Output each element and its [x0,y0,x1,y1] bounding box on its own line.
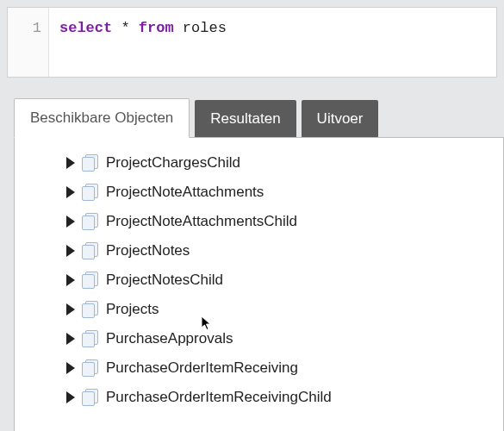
caret-collapsed-icon[interactable] [66,274,75,286]
tree-item-label: PurchaseOrderItemReceivingChild [106,389,332,406]
tab-available-objects[interactable]: Beschikbare Objecten [14,98,190,138]
caret-collapsed-icon[interactable] [66,303,75,315]
table-icon [82,359,99,377]
tree-item[interactable]: ProjectNoteAttachmentsChild [15,207,503,236]
tree-item[interactable]: ProjectNotesChild [15,265,503,295]
tree-item[interactable]: PurchaseOrderItemReceivingChild [15,383,503,412]
caret-collapsed-icon[interactable] [66,157,75,169]
table-icon [82,330,99,347]
caret-collapsed-icon[interactable] [66,333,75,345]
tab-output[interactable]: Uitvoer [302,100,379,138]
tree-item-label: PurchaseApprovals [106,330,233,347]
tree-item-label: PurchaseOrderItemReceiving [106,359,298,377]
line-gutter: 1 [8,8,49,77]
table-icon [82,213,99,230]
table-icon [82,301,99,318]
tree-item[interactable]: PurchaseApprovals [15,324,503,353]
keyword-from: from [139,20,174,36]
tree-item-label: ProjectNoteAttachments [106,184,264,201]
tree-item[interactable]: PurchaseOrderItemReceiving [15,353,503,383]
object-tree[interactable]: ProjectChargesChild ProjectNoteAttachmen… [14,137,504,431]
token-star: * [112,20,139,36]
tree-item-label: ProjectNoteAttachmentsChild [106,213,297,230]
caret-collapsed-icon[interactable] [66,362,75,374]
tree-item-label: ProjectChargesChild [106,154,240,172]
sql-code[interactable]: select * from roles [49,8,237,77]
tabs: Beschikbare Objecten Resultaten Uitvoer [14,98,504,138]
table-icon [82,389,99,406]
table-icon [82,184,99,201]
table-icon [82,242,99,259]
caret-collapsed-icon[interactable] [66,186,75,198]
tree-item-label: ProjectNotes [106,242,190,259]
tree-item[interactable]: Projects [15,295,503,324]
tree-item[interactable]: ProjectChargesChild [15,148,503,178]
caret-collapsed-icon[interactable] [66,216,75,228]
keyword-select: select [59,20,112,36]
table-icon [82,154,99,172]
tree-item[interactable]: ProjectNotes [15,236,503,265]
tab-results[interactable]: Resultaten [195,100,296,138]
line-number: 1 [33,20,41,36]
table-icon [82,272,99,289]
tree-item-label: Projects [106,301,159,318]
caret-collapsed-icon[interactable] [66,245,75,257]
sql-editor[interactable]: 1 select * from roles [7,7,497,78]
caret-collapsed-icon[interactable] [66,391,75,403]
tree-item-label: ProjectNotesChild [106,272,223,289]
tree-item[interactable]: ProjectNoteAttachments [15,178,503,207]
token-table: roles [174,20,227,36]
